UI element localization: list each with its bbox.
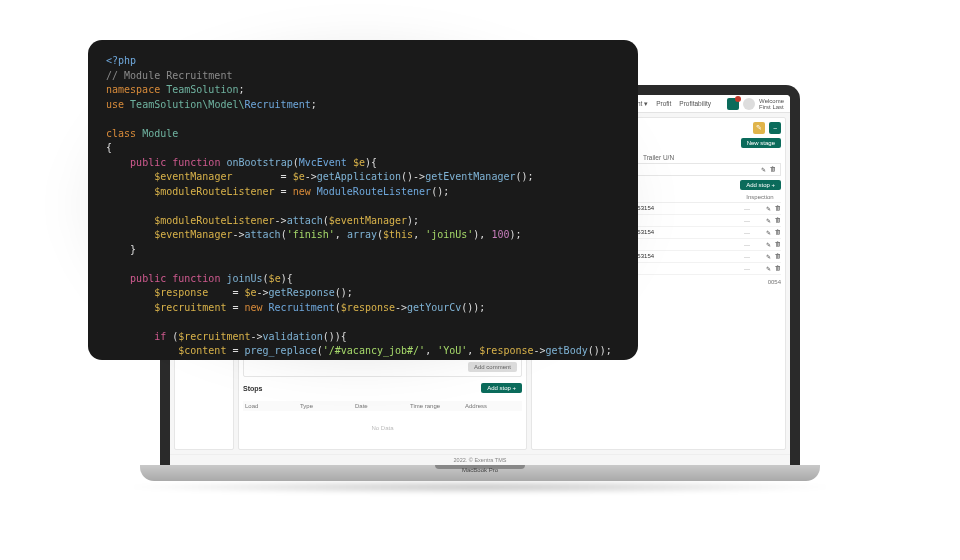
edit-button[interactable]: ✎ (753, 122, 765, 134)
add-stop-button[interactable]: Add stop + (481, 383, 522, 393)
trash-icon[interactable]: 🗑 (775, 241, 781, 248)
row-inspection: — (739, 206, 755, 212)
pencil-icon[interactable]: ✎ (766, 205, 771, 212)
trash-icon[interactable]: 🗑 (775, 265, 781, 272)
trash-icon[interactable]: 🗑 (775, 253, 781, 260)
notification-icon[interactable] (727, 98, 739, 110)
nav-item[interactable]: Profitability (679, 100, 711, 108)
avatar[interactable] (743, 98, 755, 110)
col-address: Address (465, 403, 520, 409)
hd-inspection: Inspection (739, 194, 781, 200)
code-editor: <?php // Module Recruitment namespace Te… (88, 40, 638, 360)
stops-table: Load Type Date Time range Address No Dat… (243, 401, 522, 445)
trash-icon[interactable]: 🗑 (770, 166, 776, 173)
add-comment-button[interactable]: Add comment (468, 362, 517, 372)
col-load: Load (245, 403, 300, 409)
row-inspection: — (739, 242, 755, 248)
stops-title: Stops (243, 385, 262, 392)
row-inspection: — (739, 218, 755, 224)
pencil-icon: ✎ (756, 124, 762, 132)
footer-code-b: 0054 (768, 279, 781, 285)
row-inspection: — (739, 254, 755, 260)
trash-icon[interactable]: 🗑 (775, 205, 781, 212)
row-inspection: — (739, 266, 755, 272)
stops-empty: No Data (243, 411, 522, 445)
user-box[interactable]: Welcome First Last (727, 98, 784, 110)
pencil-icon[interactable]: ✎ (766, 241, 771, 248)
plus-icon: + (771, 182, 775, 188)
plus-icon: + (512, 385, 516, 391)
pencil-icon[interactable]: ✎ (766, 229, 771, 236)
nav-item[interactable]: Profit (656, 100, 671, 108)
col-type: Type (300, 403, 355, 409)
app-footer: 2022. © Exentra TMS (170, 454, 790, 465)
action-button[interactable]: − (769, 122, 781, 134)
pencil-icon[interactable]: ✎ (766, 265, 771, 272)
pencil-icon[interactable]: ✎ (766, 217, 771, 224)
pencil-icon[interactable]: ✎ (766, 253, 771, 260)
add-stop-button-right[interactable]: Add stop + (740, 180, 781, 190)
laptop-brand: MacBook Pro (462, 467, 498, 473)
user-welcome: Welcome (759, 98, 784, 104)
minus-icon: − (773, 125, 777, 132)
row-inspection: — (739, 230, 755, 236)
new-stage-button[interactable]: New stage (741, 138, 781, 148)
col-date: Date (355, 403, 410, 409)
stops-header: Load Type Date Time range Address (243, 401, 522, 411)
user-name: First Last (759, 104, 784, 110)
col-timerange: Time range (410, 403, 465, 409)
trash-icon[interactable]: 🗑 (775, 229, 781, 236)
laptop-base: MacBook Pro (140, 465, 820, 481)
trash-icon[interactable]: 🗑 (775, 217, 781, 224)
chevron-down-icon: ▾ (644, 100, 648, 107)
pencil-icon[interactable]: ✎ (761, 166, 766, 173)
